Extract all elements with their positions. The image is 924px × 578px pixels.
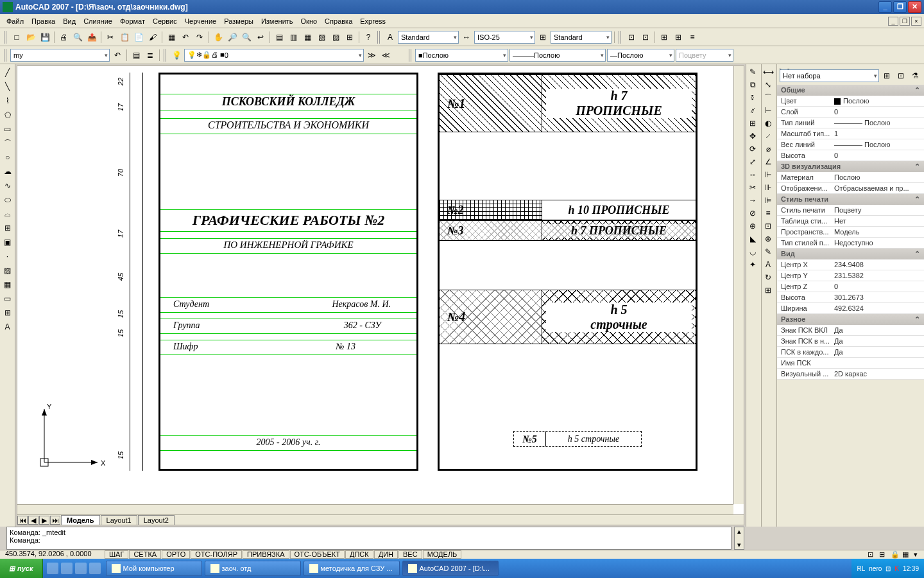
copy-obj-icon[interactable]: ⧉ (746, 78, 759, 91)
layer-prev-icon[interactable]: ↶ (111, 49, 124, 62)
props-icon[interactable]: ▤ (273, 31, 286, 44)
dimrad-icon[interactable]: ◐ (762, 117, 774, 130)
region-icon[interactable]: ▭ (1, 292, 14, 305)
tab-last-icon[interactable]: ⏭ (50, 516, 60, 525)
status-otrack[interactable]: ОТС-ОБЪЕКТ (290, 550, 345, 559)
dc-icon[interactable]: ▥ (287, 31, 300, 44)
plot-icon[interactable]: 🖨 (57, 31, 70, 44)
tray-av-icon[interactable]: K (894, 565, 899, 572)
props-set-dropdown[interactable]: Нет набора (780, 69, 879, 82)
ql-ie-icon[interactable] (47, 563, 58, 574)
tray-nero-icon[interactable]: nero (869, 565, 882, 572)
ws5-icon[interactable]: ≡ (686, 31, 699, 44)
status-lwt[interactable]: ВЕС (398, 550, 422, 559)
matchprop-icon[interactable]: 🖌 (146, 31, 159, 44)
menu-draw[interactable]: Черчение (181, 16, 221, 26)
move-icon[interactable]: ✥ (746, 130, 759, 143)
prop-row[interactable]: Слой0 (777, 107, 924, 118)
status-tray-icon[interactable]: ⊞ (879, 550, 888, 559)
menu-insert[interactable]: Слияние (80, 16, 116, 26)
xline-icon[interactable]: ╲ (1, 80, 14, 93)
ql-media-icon[interactable] (75, 563, 87, 574)
toolbar-grip[interactable] (4, 31, 8, 44)
dimtedit-icon[interactable]: A (762, 258, 774, 271)
centermark-icon[interactable]: ⊕ (762, 232, 774, 245)
start-button[interactable]: ⊞пуск (0, 559, 43, 578)
status-grid[interactable]: СЕТКА (129, 550, 161, 559)
quickcalc-icon[interactable]: ⊞ (343, 31, 356, 44)
prop-row[interactable]: МатериалПослою (777, 172, 924, 183)
circle-icon[interactable]: ○ (1, 151, 14, 164)
zoom-win-icon[interactable]: 🔍 (240, 31, 253, 44)
prop-row[interactable]: Центр Y231.5382 (777, 270, 924, 281)
extend-icon[interactable]: → (746, 194, 759, 207)
scale-icon[interactable]: ⤢ (746, 155, 759, 168)
dimspace-icon[interactable]: ≡ (762, 207, 774, 220)
dimstyle2-icon[interactable]: ⊞ (762, 284, 774, 297)
menu-help[interactable]: Справка (321, 16, 356, 26)
prop-section-header[interactable]: Вид⌃ (777, 249, 924, 259)
menu-format[interactable]: Формат (116, 16, 149, 26)
tab-layout2[interactable]: Layout2 (138, 515, 175, 525)
prop-row[interactable]: Тип линий———— Послою (777, 118, 924, 128)
markup-icon[interactable]: ▨ (329, 31, 342, 44)
toolbar-grip[interactable] (4, 49, 8, 62)
maximize-button[interactable]: ❐ (893, 1, 907, 13)
block-icon[interactable]: ▣ (1, 236, 14, 249)
prop-row[interactable]: Пространств...Модель (777, 227, 924, 238)
vertical-scrollbar[interactable] (733, 66, 744, 504)
props-toggle-icon[interactable]: ⊞ (880, 69, 893, 82)
rotate-icon[interactable]: ⟳ (746, 143, 759, 155)
erase-icon[interactable]: ✎ (746, 66, 759, 78)
menu-window[interactable]: Окно (297, 16, 321, 26)
dimstyle-icon[interactable]: ↔ (460, 31, 473, 44)
prop-row[interactable]: Знак ПСК в н...Да (777, 336, 924, 347)
color-dropdown[interactable]: ■ Послою (415, 49, 508, 62)
prop-row[interactable]: Имя ПСК (777, 358, 924, 369)
menu-view[interactable]: Вид (59, 16, 80, 26)
dimjog-icon[interactable]: ⟋ (762, 130, 774, 143)
point-icon[interactable]: · (1, 250, 14, 263)
preview-icon[interactable]: 🔍 (71, 31, 84, 44)
status-model[interactable]: МОДЕЛЬ (423, 550, 462, 559)
menu-modify[interactable]: Изменить (257, 16, 297, 26)
undo-icon[interactable]: ↶ (179, 31, 192, 44)
mdi-close[interactable]: × (911, 17, 921, 26)
plotstyle-dropdown[interactable]: Поцвету (676, 49, 733, 62)
ellipse-icon[interactable]: ⬭ (1, 193, 14, 206)
dimbase-icon[interactable]: ⊪ (762, 181, 774, 194)
tab-prev-icon[interactable]: ◀ (28, 516, 38, 525)
dimord-icon[interactable]: ⊢ (762, 104, 774, 117)
tab-next-icon[interactable]: ▶ (39, 516, 49, 525)
break-icon[interactable]: ⊘ (746, 207, 759, 220)
zoom-prev-icon[interactable]: ↩ (254, 31, 267, 44)
props-filter-icon[interactable]: ⚗ (909, 69, 921, 82)
toolbar-grip[interactable] (377, 31, 381, 44)
status-tray-icon[interactable]: ▾ (914, 550, 923, 559)
prop-row[interactable]: Высота0 (777, 150, 924, 161)
ws4-icon[interactable]: ⊞ (672, 31, 685, 44)
revcloud-icon[interactable]: ☁ (1, 165, 14, 178)
prop-section-header[interactable]: Разное⌃ (777, 314, 924, 325)
prop-row[interactable]: Ширина492.6324 (777, 303, 924, 314)
ellipsearc-icon[interactable]: ⌓ (1, 207, 14, 220)
rectangle-icon[interactable]: ▭ (1, 123, 14, 136)
dimaligned-icon[interactable]: ⤡ (762, 78, 774, 91)
task-autocad[interactable]: AutoCAD 2007 - [D:\... (402, 561, 499, 576)
open-icon[interactable]: 📂 (24, 31, 37, 44)
command-line[interactable]: Команда: _mtedit Команда: (6, 527, 732, 550)
spline-icon[interactable]: ∿ (1, 179, 14, 192)
prop-row[interactable]: Центр Z0 (777, 281, 924, 292)
status-coords[interactable]: 450.3574, 92.0206 , 0.0000 (1, 550, 104, 559)
tray-lang[interactable]: RL (857, 565, 865, 572)
linetype-dropdown[interactable]: ——— Послою (509, 49, 606, 62)
menu-tools[interactable]: Сервис (149, 16, 181, 26)
mdi-restore[interactable]: ❐ (900, 17, 910, 26)
drawing-canvas[interactable]: 22 17 70 17 45 15 15 15 ПСКОВСКИЙ КОЛЛЕД… (17, 66, 733, 504)
menu-express[interactable]: Express (356, 16, 389, 26)
layer-filter-dropdown[interactable]: my (10, 49, 110, 62)
stretch-icon[interactable]: ↔ (746, 168, 759, 181)
explode-icon[interactable]: ✦ (746, 258, 759, 271)
offset-icon[interactable]: ⫽ (746, 104, 759, 117)
hatch-icon[interactable]: ▨ (1, 264, 14, 277)
